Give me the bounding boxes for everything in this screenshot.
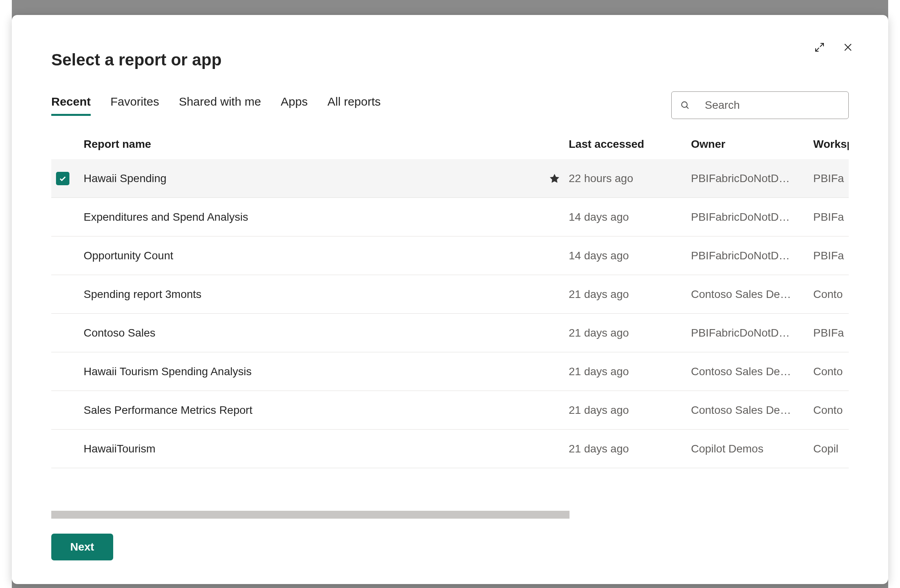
reports-table: Report name Last accessed Owner Worksp H… <box>51 138 849 519</box>
table-header-row: Report name Last accessed Owner Worksp <box>51 138 849 159</box>
table-row[interactable]: HawaiiTourism21 days agoCopilot DemosCop… <box>51 430 849 468</box>
report-name: Spending report 3monts <box>84 288 540 301</box>
last-accessed: 21 days ago <box>569 443 691 455</box>
owner: PBIFabricDoNotD… <box>691 172 813 185</box>
last-accessed: 21 days ago <box>569 327 691 339</box>
tab-apps[interactable]: Apps <box>281 95 308 116</box>
column-header-name[interactable]: Report name <box>84 138 540 151</box>
last-accessed: 21 days ago <box>569 365 691 378</box>
workspace: PBIFa <box>813 249 849 262</box>
owner: Contoso Sales De… <box>691 365 813 378</box>
report-name: Hawaii Tourism Spending Analysis <box>84 365 540 378</box>
search-icon <box>680 100 690 110</box>
tabs: RecentFavoritesShared with meAppsAll rep… <box>51 95 381 116</box>
column-header-workspace[interactable]: Worksp <box>813 138 849 151</box>
search-input[interactable] <box>671 91 849 119</box>
table-row[interactable]: Sales Performance Metrics Report21 days … <box>51 391 849 430</box>
next-button[interactable]: Next <box>51 534 113 560</box>
last-accessed: 14 days ago <box>569 249 691 262</box>
report-name: Contoso Sales <box>84 327 540 339</box>
star-filled-icon[interactable] <box>540 173 569 184</box>
owner: PBIFabricDoNotD… <box>691 327 813 339</box>
workspace: Conto <box>813 365 849 378</box>
workspace: Conto <box>813 404 849 417</box>
last-accessed: 22 hours ago <box>569 172 691 185</box>
table-row[interactable]: Spending report 3monts21 days agoContoso… <box>51 275 849 314</box>
tab-recent[interactable]: Recent <box>51 95 91 116</box>
workspace: Copil <box>813 443 849 455</box>
workspace: Conto <box>813 288 849 301</box>
tab-all-reports[interactable]: All reports <box>327 95 381 116</box>
report-name: Expenditures and Spend Analysis <box>84 211 540 223</box>
horizontal-scrollbar[interactable] <box>51 511 849 519</box>
column-header-owner[interactable]: Owner <box>691 138 813 151</box>
workspace: PBIFa <box>813 327 849 339</box>
owner: Contoso Sales De… <box>691 404 813 417</box>
last-accessed: 14 days ago <box>569 211 691 223</box>
tab-favorites[interactable]: Favorites <box>110 95 159 116</box>
expand-icon[interactable] <box>812 39 827 55</box>
svg-point-0 <box>682 102 687 107</box>
tab-shared-with-me[interactable]: Shared with me <box>179 95 261 116</box>
table-row[interactable]: Opportunity Count14 days agoPBIFabricDoN… <box>51 236 849 275</box>
owner: PBIFabricDoNotD… <box>691 211 813 223</box>
table-row[interactable]: Hawaii Spending22 hours agoPBIFabricDoNo… <box>51 159 849 198</box>
dialog-header: Select a report or app <box>51 50 849 69</box>
owner: Contoso Sales De… <box>691 288 813 301</box>
report-name: HawaiiTourism <box>84 443 540 455</box>
column-header-last-accessed[interactable]: Last accessed <box>569 138 691 151</box>
table-row[interactable]: Hawaii Tourism Spending Analysis21 days … <box>51 352 849 391</box>
owner: Copilot Demos <box>691 443 813 455</box>
last-accessed: 21 days ago <box>569 404 691 417</box>
report-name: Opportunity Count <box>84 249 540 262</box>
search-field <box>671 91 849 119</box>
report-name: Sales Performance Metrics Report <box>84 404 540 417</box>
workspace: PBIFa <box>813 172 849 185</box>
table-row[interactable]: Contoso Sales21 days agoPBIFabricDoNotD…… <box>51 314 849 352</box>
last-accessed: 21 days ago <box>569 288 691 301</box>
checkbox-checked-icon[interactable] <box>56 172 69 185</box>
close-icon[interactable] <box>840 39 856 55</box>
dialog-title: Select a report or app <box>51 50 849 69</box>
table-row[interactable]: Expenditures and Spend Analysis14 days a… <box>51 198 849 236</box>
select-report-dialog: Select a report or app RecentFavoritesSh… <box>12 15 888 584</box>
workspace: PBIFa <box>813 211 849 223</box>
owner: PBIFabricDoNotD… <box>691 249 813 262</box>
report-name: Hawaii Spending <box>84 172 540 185</box>
